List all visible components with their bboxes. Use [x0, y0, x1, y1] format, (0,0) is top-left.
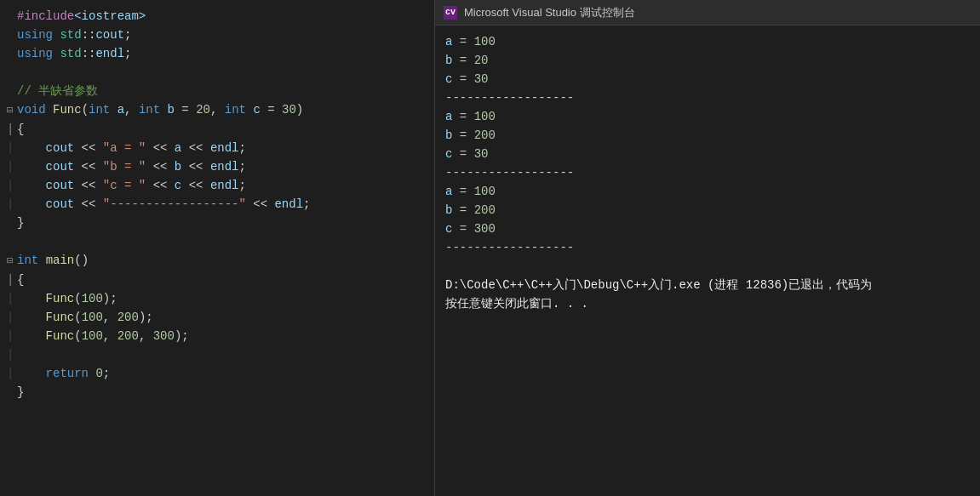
- var-endl: endl: [95, 47, 124, 60]
- keyword-include: #include: [17, 9, 74, 23]
- output-line-9: a = 100: [445, 182, 970, 201]
- semi-2: ;: [124, 47, 131, 60]
- code-line-15: | {: [0, 271, 434, 289]
- console-titlebar: cv Microsoft Visual Studio 调试控制台: [435, 0, 980, 26]
- code-editor: #include<iostream> using std::cout; usin…: [0, 0, 434, 496]
- collapse-main[interactable]: ⊟: [7, 252, 17, 271]
- str-sep: "------------------": [103, 197, 246, 211]
- code-line-13: [0, 232, 434, 251]
- code-line-9: | cout << "b = " << b << endl;: [0, 157, 434, 176]
- endl-10: endl: [210, 179, 239, 192]
- gutter-indicator-1: [7, 7, 17, 26]
- code-line-2: using std::cout;: [0, 26, 434, 44]
- gutter-indicator-3: [7, 44, 17, 63]
- cout-11: cout: [46, 197, 75, 211]
- arg-200-3: 200: [117, 329, 139, 343]
- var-cout: cout: [95, 28, 124, 42]
- arg-100-1: 100: [82, 292, 103, 305]
- console-panel: cv Microsoft Visual Studio 调试控制台 a = 100…: [434, 0, 980, 496]
- code-line-5: // 半缺省参数: [0, 82, 434, 100]
- param-b: b: [168, 103, 175, 117]
- output-line-3: c = 30: [445, 70, 970, 88]
- code-line-12: }: [0, 214, 434, 232]
- param-type-int-c: int: [225, 103, 246, 117]
- op-scope-1: ::: [82, 28, 96, 42]
- str-b: "b = ": [103, 160, 146, 174]
- gutter-indicator-2: [7, 26, 17, 44]
- code-line-7: | {: [0, 120, 434, 139]
- output-line-7: c = 30: [445, 145, 970, 163]
- include-lib: <iostream>: [74, 9, 146, 23]
- arg-100-3: 100: [82, 329, 103, 343]
- output-sep-3: ------------------: [445, 238, 970, 257]
- func-main: main: [46, 254, 75, 267]
- semi-1: ;: [124, 28, 131, 42]
- code-line-17: | Func(100, 200);: [0, 308, 434, 327]
- code-line-8: | cout << "a = " << a << endl;: [0, 139, 434, 157]
- str-a: "a = ": [103, 141, 146, 155]
- output-line-11: c = 300: [445, 219, 970, 238]
- var-b-9: b: [175, 160, 181, 174]
- code-line-4: [0, 63, 434, 82]
- code-line-3: using std::endl;: [0, 44, 434, 63]
- console-output: a = 100 b = 20 c = 30 ------------------…: [435, 26, 980, 496]
- comment-half-default: // 半缺省参数: [17, 84, 98, 98]
- code-line-11: | cout << "------------------" << endl;: [0, 195, 434, 214]
- str-c: "c = ": [103, 179, 146, 192]
- code-line-1: #include<iostream>: [0, 7, 434, 26]
- endl-8: endl: [210, 141, 239, 155]
- output-line-1: a = 100: [445, 32, 970, 51]
- output-exit-msg: D:\Code\C++\C++入门\Debug\C++入门.exe (进程 12…: [445, 276, 970, 294]
- kw-using-1: using: [17, 28, 60, 42]
- kw-return: return: [46, 367, 89, 380]
- vs-icon: cv: [444, 6, 457, 20]
- kw-using-2: using: [17, 47, 60, 60]
- call-func-3: Func: [46, 329, 75, 343]
- cout-9: cout: [46, 160, 75, 174]
- default-b: 20: [196, 103, 210, 117]
- op-scope-2: ::: [82, 47, 96, 60]
- line-content-3: using std::endl;: [17, 44, 434, 63]
- default-c: 30: [282, 103, 296, 117]
- endl-11: endl: [274, 197, 303, 211]
- call-func-1: Func: [46, 292, 75, 305]
- output-sep-1: ------------------: [445, 88, 970, 107]
- var-c-10: c: [175, 179, 181, 192]
- line-content-2: using std::cout;: [17, 26, 434, 44]
- code-line-21: }: [0, 383, 434, 402]
- arg-200-2: 200: [117, 311, 139, 324]
- output-line-2: b = 20: [445, 51, 970, 70]
- output-line-5: a = 100: [445, 107, 970, 126]
- code-line-18: | Func(100, 200, 300);: [0, 327, 434, 345]
- ns-std-1: std: [60, 28, 81, 42]
- code-line-16: | Func(100);: [0, 289, 434, 308]
- param-type-int-a: int: [89, 103, 110, 117]
- var-a-8: a: [175, 141, 181, 155]
- arg-300-3: 300: [153, 329, 175, 343]
- code-line-19: |: [0, 345, 434, 364]
- collapse-func[interactable]: ⊟: [7, 101, 17, 120]
- vs-icon-label: cv: [445, 8, 456, 17]
- output-sep-2: ------------------: [445, 163, 970, 182]
- func-name-func: Func: [53, 103, 82, 117]
- output-blank: [445, 257, 970, 276]
- cout-8: cout: [46, 141, 75, 155]
- code-line-14: ⊟ int main(): [0, 251, 434, 271]
- output-line-10: b = 200: [445, 201, 970, 219]
- endl-9: endl: [210, 160, 239, 174]
- param-type-int-b: int: [139, 103, 160, 117]
- code-line-20: | return 0;: [0, 364, 434, 383]
- cout-10: cout: [46, 179, 75, 192]
- code-line-10: | cout << "c = " << c << endl;: [0, 176, 434, 195]
- code-line-6: ⊟ void Func(int a, int b = 20, int c = 3…: [0, 100, 434, 120]
- output-line-6: b = 200: [445, 126, 970, 145]
- line-content-1: #include<iostream>: [17, 7, 434, 26]
- param-a: a: [117, 103, 124, 117]
- call-func-2: Func: [46, 311, 75, 324]
- arg-100-2: 100: [82, 311, 103, 324]
- console-title: Microsoft Visual Studio 调试控制台: [464, 5, 635, 20]
- type-void: void: [17, 103, 53, 117]
- param-c: c: [253, 103, 260, 117]
- output-close-msg: 按任意键关闭此窗口. . .: [445, 294, 970, 313]
- type-int-main: int: [17, 254, 38, 267]
